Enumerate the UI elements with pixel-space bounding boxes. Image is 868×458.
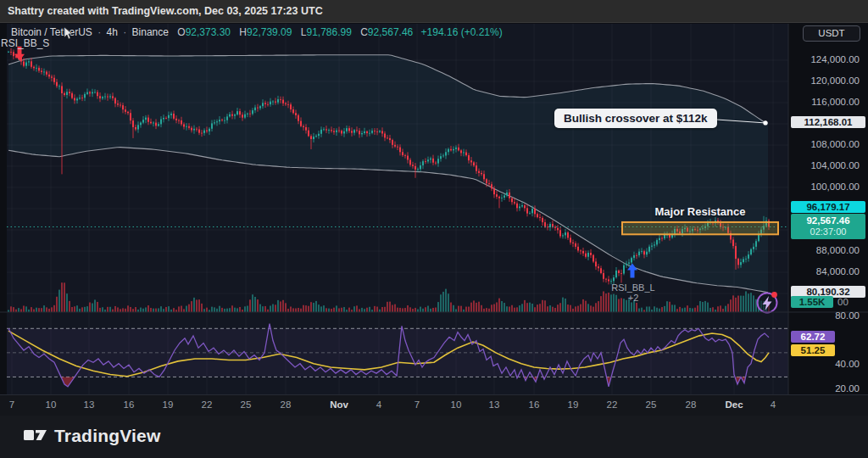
open-label: O	[177, 26, 185, 38]
price-badge-cyan: 96,179.17	[791, 201, 865, 213]
time-axis-label: 13	[489, 399, 500, 410]
time-axis-label: 28	[281, 399, 292, 410]
time-axis-label: 19	[568, 399, 579, 410]
high-label: H	[239, 26, 247, 38]
price-axis-label: 124,000.00	[810, 54, 860, 64]
time-axis-label: 7	[415, 399, 420, 410]
time-axis-label: Dec	[725, 399, 743, 410]
legend-separator: ·	[97, 26, 101, 38]
time-axis-label: 7	[9, 399, 14, 410]
time-axis-label: 25	[646, 399, 657, 410]
high-value: 92,739.09	[247, 26, 292, 38]
change-value: +194.16 (+0.21%)	[421, 26, 503, 38]
open-value: 92,373.30	[186, 26, 231, 38]
time-axis-label: 4	[771, 399, 776, 410]
bullish-crossover-callout[interactable]: Bullish crossover at $112k	[554, 109, 717, 128]
tradingview-logo-text: TradingView	[54, 426, 161, 446]
tradingview-chart-page: Shattry created with TradingView.com, De…	[0, 0, 868, 458]
price-axis[interactable]: 124,000.00120,000.00116,000.00108,000.00…	[788, 24, 868, 394]
interval-label[interactable]: 4h	[107, 26, 118, 38]
long-signal-count: +2	[605, 293, 661, 303]
chart-canvas[interactable]	[0, 0, 868, 458]
price-badge-white: 112,168.01	[791, 116, 865, 128]
clipped-axis-label: 00	[837, 297, 849, 307]
time-axis[interactable]: 710131619222528Nov4710131619222528Dec4	[0, 394, 868, 416]
rsi-badge-purple: 62.72	[791, 331, 835, 343]
low-value: 91,786.99	[306, 26, 351, 38]
time-axis-label: Nov	[330, 399, 348, 410]
rsi-axis-label: 80.00	[835, 310, 860, 321]
time-axis-label: 22	[202, 399, 213, 410]
countdown-timer: 02:37:00	[791, 226, 865, 237]
price-axis-label: 116,000.00	[811, 97, 860, 107]
time-axis-label: 16	[529, 399, 540, 410]
time-axis-label: 19	[163, 399, 174, 410]
symbol-legend: Bitcoin / TetherUS · 4h · Binance O92,37…	[11, 26, 503, 38]
time-axis-label: 22	[607, 399, 618, 410]
time-axis-label: 25	[241, 399, 252, 410]
footer-bar: TradingView	[0, 416, 868, 458]
long-signal-name: RSI_BB_L	[605, 282, 661, 293]
mouse-cursor	[64, 26, 74, 40]
time-axis-label: 10	[46, 399, 57, 410]
time-axis-label: 28	[686, 399, 697, 410]
rsi-axis-label: 40.00	[835, 359, 860, 369]
long-signal-label: RSI_BB_L +2	[605, 282, 661, 303]
price-axis-label: 100,000.00	[810, 182, 860, 192]
tradingview-logo[interactable]: TradingView	[24, 426, 161, 446]
major-resistance-label[interactable]: Major Resistance	[622, 205, 778, 218]
price-axis-label: 88,000.00	[816, 245, 860, 255]
symbol-title[interactable]: Bitcoin / TetherUS	[11, 26, 92, 38]
indicator-label-rsi-bb-s[interactable]: RSI_BB_S	[1, 37, 49, 49]
tradingview-logo-icon	[24, 427, 47, 446]
time-axis-label: 10	[451, 399, 462, 410]
exchange-label[interactable]: Binance	[132, 26, 169, 38]
price-axis-label: 108,000.00	[810, 139, 860, 149]
price-axis-label: 120,000.00	[810, 75, 860, 86]
close-value: 92,567.46	[368, 26, 413, 38]
volume-badge: 1.55K	[791, 296, 833, 308]
time-axis-label: 4	[376, 399, 381, 410]
price-axis-label: 104,000.00	[810, 160, 860, 170]
price-axis-label: 84,000.00	[816, 266, 860, 276]
time-axis-label: 13	[84, 399, 95, 410]
price-badge-teal: 92,567.4602:37:00	[791, 214, 865, 239]
flash-icon[interactable]	[758, 292, 777, 312]
rsi-axis-label: 20.00	[835, 383, 860, 394]
rsi-badge-yellow: 51.25	[791, 344, 835, 356]
close-label: C	[360, 26, 368, 38]
legend-separator: ·	[123, 26, 126, 38]
time-axis-label: 16	[124, 399, 135, 410]
